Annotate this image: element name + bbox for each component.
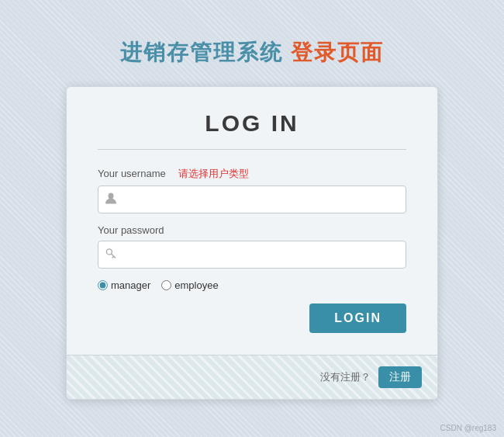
- username-input[interactable]: [98, 186, 406, 213]
- radio-employee-label: employee: [174, 279, 218, 291]
- svg-line-3: [112, 256, 113, 257]
- radio-manager[interactable]: manager: [98, 279, 150, 291]
- watermark: CSDN @reg183: [440, 424, 496, 432]
- username-input-wrapper: [98, 186, 406, 213]
- svg-point-0: [109, 192, 114, 199]
- card-heading: Log in: [98, 110, 406, 137]
- register-button[interactable]: 注册: [378, 366, 422, 388]
- username-header: Your username 请选择用户类型: [98, 167, 406, 181]
- title-main: 进销存管理系统: [120, 40, 283, 64]
- username-label: Your username: [98, 168, 166, 179]
- user-icon: [105, 192, 116, 206]
- password-label: Your password: [98, 224, 164, 236]
- card-footer: 没有注册？ 注册: [67, 355, 437, 399]
- password-input[interactable]: [98, 241, 406, 269]
- password-input-wrapper: [98, 241, 406, 269]
- role-radio-group: manager employee: [98, 279, 406, 291]
- radio-employee[interactable]: employee: [161, 279, 218, 291]
- password-header: Your password: [98, 224, 406, 236]
- radio-manager-input[interactable]: [98, 280, 108, 290]
- password-field-row: Your password: [98, 224, 406, 269]
- page-title: 进销存管理系统 登录页面: [120, 38, 384, 68]
- username-field-row: Your username 请选择用户类型: [98, 167, 406, 213]
- card-body: Log in Your username 请选择用户类型 Your passwo…: [67, 87, 437, 355]
- radio-employee-input[interactable]: [161, 280, 171, 290]
- login-button[interactable]: LOGIN: [309, 303, 406, 333]
- title-highlight: 登录页面: [291, 40, 384, 64]
- divider: [98, 149, 406, 150]
- login-btn-row: LOGIN: [98, 303, 406, 333]
- footer-text: 没有注册？: [320, 370, 371, 384]
- key-icon: [105, 248, 116, 261]
- login-card: Log in Your username 请选择用户类型 Your passwo…: [66, 86, 438, 400]
- radio-manager-label: manager: [111, 279, 150, 291]
- username-hint: 请选择用户类型: [178, 167, 249, 181]
